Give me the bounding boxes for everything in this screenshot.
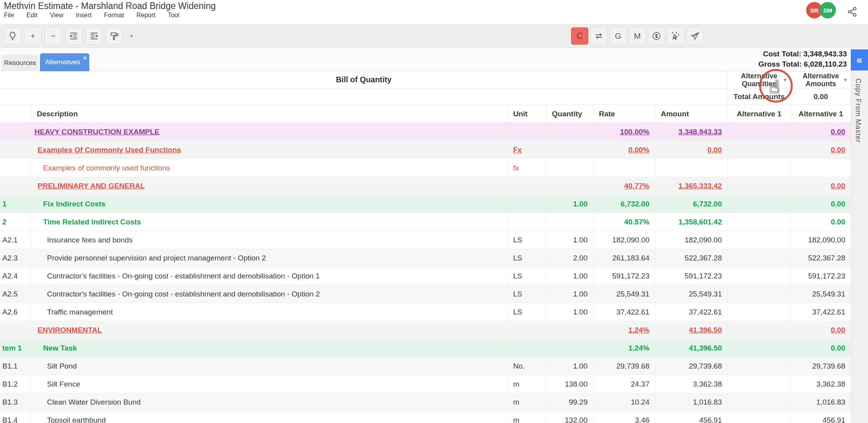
cell-code[interactable]: 2 xyxy=(0,213,31,231)
cell-description[interactable]: Silt Pond xyxy=(31,357,508,375)
cell-amount[interactable]: 3,362.38 xyxy=(655,375,728,393)
caret-down-button[interactable]: ▾ xyxy=(126,27,137,45)
cell-alternative-amount[interactable]: 37,422.61 xyxy=(791,303,851,321)
cell-alternative-quantity[interactable] xyxy=(728,267,791,285)
column-header-quantity[interactable]: Quantity xyxy=(546,105,593,123)
cell-amount[interactable]: 1,358,601.42 xyxy=(655,213,728,231)
cell-amount[interactable]: 25,549.31 xyxy=(655,285,728,303)
cell-quantity[interactable]: 138.00 xyxy=(546,375,593,393)
table-row[interactable]: A2.3Provide personnel supervision and pr… xyxy=(0,249,851,267)
G-button[interactable]: G xyxy=(609,27,627,45)
cell-quantity[interactable]: 1.00 xyxy=(546,303,593,321)
subtract-button[interactable]: − xyxy=(45,27,62,45)
menu-file[interactable]: File xyxy=(4,12,14,19)
cell-description[interactable]: HEAVY CONSTRUCTION EXAMPLE xyxy=(31,123,508,141)
close-tab-icon[interactable]: × xyxy=(83,54,87,61)
cell-rate[interactable]: 24.37 xyxy=(593,375,655,393)
cell-amount[interactable]: 0.00 xyxy=(655,141,728,159)
cell-unit[interactable]: m xyxy=(508,375,546,393)
cell-alternative-amount[interactable]: 591,172.23 xyxy=(791,267,851,285)
cell-alternative-amount[interactable]: 182,090.00 xyxy=(791,231,851,249)
table-row[interactable]: A2.4Contractor's facilities - On-going c… xyxy=(0,267,851,285)
cell-amount[interactable]: 456.91 xyxy=(655,411,728,423)
cell-unit[interactable]: fx xyxy=(508,159,546,177)
cell-alternative-quantity[interactable] xyxy=(728,303,791,321)
cell-unit[interactable] xyxy=(508,177,546,195)
cell-unit[interactable] xyxy=(508,339,546,357)
table-row[interactable]: PRELIMINARY AND GENERAL40.77%1,365,333.4… xyxy=(0,177,851,195)
cell-alternative-quantity[interactable] xyxy=(728,177,791,195)
column-header-rate[interactable]: Rate xyxy=(593,105,655,123)
column-header-description[interactable]: Description xyxy=(31,105,508,123)
cell-code[interactable]: A2.4 xyxy=(0,267,31,285)
cell-description[interactable]: New Task xyxy=(31,339,508,357)
share-icon[interactable] xyxy=(845,5,859,19)
cell-rate[interactable]: 182,090.00 xyxy=(593,231,655,249)
cell-description[interactable]: Provide personnel supervision and projec… xyxy=(31,249,508,267)
cell-rate[interactable]: 25,549.31 xyxy=(593,285,655,303)
collapse-panel-button[interactable]: « xyxy=(851,49,868,70)
cell-quantity[interactable] xyxy=(546,123,593,141)
menu-insert[interactable]: Insert xyxy=(76,12,92,19)
cell-alternative-quantity[interactable] xyxy=(728,411,791,423)
cell-unit[interactable]: LS xyxy=(508,267,546,285)
menu-report[interactable]: Report xyxy=(136,12,155,19)
table-row[interactable]: 2Time Related Indirect Costs40.57%1,358,… xyxy=(0,213,851,231)
cell-alternative-amount[interactable]: 0.00 xyxy=(791,141,851,159)
cell-alternative-amount[interactable]: 0.00 xyxy=(791,321,851,339)
cell-unit[interactable]: LS xyxy=(508,249,546,267)
cell-description[interactable]: Contractor's facilities - On-going cost … xyxy=(31,285,508,303)
cell-unit[interactable] xyxy=(508,321,546,339)
cell-quantity[interactable] xyxy=(546,177,593,195)
cell-code[interactable]: A2.5 xyxy=(0,285,31,303)
table-row[interactable]: B1.4Topsoil earthbundm132.003.46456.9145… xyxy=(0,411,851,423)
cell-quantity[interactable] xyxy=(546,213,593,231)
cell-code[interactable]: B1.3 xyxy=(0,393,31,411)
table-row[interactable]: Examples of commonly used functionsfx xyxy=(0,159,851,177)
cell-description[interactable]: Contractor's facilities - On-going cost … xyxy=(31,267,508,285)
table-row[interactable]: 1Fix Indirect Costs1.006,732.006,732.000… xyxy=(0,195,851,213)
cell-alternative-amount[interactable]: 3,362.38 xyxy=(791,375,851,393)
dollar-circle-button[interactable] xyxy=(648,27,665,45)
table-row[interactable]: tem 1New Task1.24%41,396.500.00 xyxy=(0,339,851,357)
table-row[interactable]: B1.3Clean Water Diversion Bundm99.2910.2… xyxy=(0,393,851,411)
column-header-alternative-1[interactable]: Alternative 1 xyxy=(791,105,851,123)
cell-quantity[interactable]: 1.00 xyxy=(546,231,593,249)
cell-alternative-amount[interactable]: 0.00 xyxy=(791,213,851,231)
table-row[interactable]: B1.2Silt Fencem138.0024.373,362.383,362.… xyxy=(0,375,851,393)
cell-description[interactable]: Traffic management xyxy=(31,303,508,321)
cell-code[interactable] xyxy=(0,321,31,339)
cell-unit[interactable]: m xyxy=(508,411,546,423)
table-row[interactable]: A2.6Traffic managementLS1.0037,422.6137,… xyxy=(0,303,851,321)
avatar[interactable]: SM xyxy=(819,2,836,18)
cell-alternative-quantity[interactable] xyxy=(728,249,791,267)
cell-code[interactable]: A2.1 xyxy=(0,231,31,249)
cell-alternative-amount[interactable]: 25,549.31 xyxy=(791,285,851,303)
cell-alternative-quantity[interactable] xyxy=(728,231,791,249)
cell-quantity[interactable] xyxy=(546,321,593,339)
cell-code[interactable] xyxy=(0,177,31,195)
cell-quantity[interactable] xyxy=(546,339,593,357)
cell-rate[interactable]: 40.57% xyxy=(593,213,655,231)
cell-amount[interactable]: 41,396.50 xyxy=(655,339,728,357)
swap-arrows-button[interactable] xyxy=(590,27,608,45)
cell-amount[interactable]: 41,396.50 xyxy=(655,321,728,339)
cell-quantity[interactable]: 2.00 xyxy=(546,249,593,267)
cell-alternative-quantity[interactable] xyxy=(728,195,791,213)
cell-code[interactable] xyxy=(0,123,31,141)
cell-rate[interactable] xyxy=(593,159,655,177)
send-plane-button[interactable] xyxy=(686,27,703,45)
cell-amount[interactable]: 591,172.23 xyxy=(655,267,728,285)
cell-description[interactable]: PRELIMINARY AND GENERAL xyxy=(31,177,508,195)
menu-tool[interactable]: Tool xyxy=(168,12,179,19)
cell-alternative-quantity[interactable] xyxy=(728,393,791,411)
cell-quantity[interactable] xyxy=(546,141,593,159)
cell-amount[interactable]: 1,365,333.42 xyxy=(655,177,728,195)
cell-rate[interactable]: 6,732.00 xyxy=(593,195,655,213)
cell-alternative-amount[interactable]: 0.00 xyxy=(791,123,851,141)
cell-unit[interactable] xyxy=(508,123,546,141)
cell-code[interactable]: tem 1 xyxy=(0,339,31,357)
cell-alternative-amount[interactable]: 0.00 xyxy=(791,195,851,213)
cell-rate[interactable]: 261,183.64 xyxy=(593,249,655,267)
cell-code[interactable]: A2.3 xyxy=(0,249,31,267)
